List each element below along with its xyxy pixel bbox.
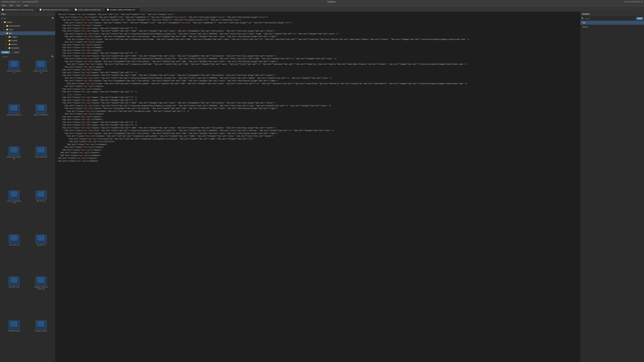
- tab-icon: 📄: [2, 9, 4, 10]
- tree-item-gui[interactable]: ▾📁gui: [0, 31, 55, 35]
- tree-item-engine[interactable]: ▾📁engine: [0, 20, 55, 24]
- tree-item-templates[interactable]: ▸📁templates: [0, 46, 55, 50]
- icon-item-4[interactable]: popup_prog ressbar.xm l: [1, 146, 27, 189]
- details-header: Details: [582, 26, 642, 28]
- files-search-input[interactable]: [1, 17, 52, 19]
- icon-name: tab_font.x ml: [37, 200, 46, 202]
- code-line: "xml-attr">class="xml-tag"></element>: [57, 143, 578, 146]
- tree-item-fonts[interactable]: ▸📁fonts: [0, 28, 55, 31]
- icon-item-1[interactable]: popup_cont extmenu.xm l: [28, 60, 54, 103]
- menu-item-help[interactable]: Help: [23, 4, 29, 7]
- icon-preview: [9, 191, 20, 199]
- tree-item-label: gui: [9, 32, 12, 34]
- icon-item-0[interactable]: popup_colo rpicker.xm l: [1, 60, 27, 103]
- file-tree: ▾📁engine▸📁environments▸📁fonts▾📁gui▸📁imag…: [0, 20, 55, 50]
- folder-icon: 📁: [6, 28, 8, 31]
- code-line: "xml-attr">class="xml-tag"></element>: [57, 160, 578, 163]
- tab-close-button[interactable]: ×: [137, 9, 138, 10]
- icon-item-13[interactable]: template_d etails2: [28, 320, 54, 361]
- code-line: "xml-attr">class="xml-tag"><space "xml-a…: [57, 124, 578, 126]
- icon-preview: [9, 61, 20, 69]
- code-line: "xml-attr">class="xml-tag"><checkbox "xm…: [57, 110, 578, 113]
- menu-item-files[interactable]: Files: [1, 4, 6, 7]
- icon-name: template (bottom): [8, 330, 20, 332]
- tab-icon: 📄: [75, 9, 77, 10]
- icon-item-5[interactable]: screen_edi tor.xml: [28, 146, 54, 189]
- icon-item-9[interactable]: tab_text.x ml: [28, 234, 54, 275]
- icon-preview: [36, 235, 46, 243]
- code-line: "xml-attr">class="xml-tag"></layout>: [57, 68, 578, 71]
- folder-icon: 📁: [8, 47, 11, 49]
- code-line: "xml-attr">class="xml-tag"><layout "xml-…: [57, 107, 578, 110]
- code-line: "xml-attr">class="xml-tag"></element>: [57, 46, 578, 49]
- outliner-item[interactable]: Text: [580, 21, 644, 25]
- icon-item-11[interactable]: template_d etails.ani mation.xml: [28, 276, 54, 319]
- tab-close-button[interactable]: ×: [102, 9, 103, 10]
- menu-item-run[interactable]: Run: [16, 4, 21, 7]
- import-button[interactable]: ↓ Import: [11, 51, 21, 54]
- code-line: "xml-attr">class="xml-tag"><layout "xml-…: [57, 35, 578, 38]
- icon-preview: [36, 321, 46, 329]
- menu-item-edit[interactable]: Edit: [8, 4, 14, 7]
- code-line: "xml-attr">class="xml-tag"></layout>: [57, 149, 578, 151]
- code-line: "xml-attr">class="xml-tag"><input "xml-a…: [57, 82, 578, 85]
- code-line: "xml-attr">class="xml-tag"><layout "xml-…: [57, 79, 578, 82]
- tree-arrow-icon: ▸: [6, 36, 8, 38]
- code-line: "xml-attr">class="xml-tag"><text "xml-at…: [57, 32, 578, 35]
- tab-label: render_fragmentshader.frag: [78, 9, 100, 11]
- tree-arrow-icon: ▾: [4, 32, 5, 34]
- outliner-search-input[interactable]: [585, 17, 635, 19]
- code-line: "xml-attr">class="xml-tag"><input "xml-a…: [57, 38, 578, 41]
- tab-tab2[interactable]: 📄BasketBroadsword_Normal.png×: [38, 7, 73, 11]
- code-line: "xml-attr">class="xml-tag"><element "xml…: [57, 13, 578, 16]
- icon-item-12[interactable]: template (bottom): [1, 320, 27, 361]
- code-editor[interactable]: "xml-attr">class="xml-tag"><element "xml…: [55, 12, 580, 362]
- code-line: "xml-attr">class="xml-tag"><layout "xml-…: [57, 55, 578, 57]
- code-line: "xml-attr">class="xml-tag"></layout>: [57, 66, 578, 68]
- code-line: "xml-attr">class="xml-tag"></scrollerlis…: [57, 140, 578, 143]
- content-search-input[interactable]: [1, 55, 52, 58]
- icon-item-2[interactable]: popup_file dialog.xml: [1, 104, 27, 145]
- tab-tab3[interactable]: 📄render_fragmentshader.frag×: [73, 7, 105, 11]
- outliner-add-button[interactable]: Add: [636, 17, 643, 20]
- icon-item-10[interactable]: tab_textur e.xml: [1, 276, 27, 319]
- tree-item-environments[interactable]: ▸📁environments: [0, 24, 55, 28]
- code-line: "xml-attr">class="xml-tag"><text "xml-at…: [57, 57, 578, 60]
- tree-item-images[interactable]: ▸📁images: [0, 35, 55, 39]
- outliner-items: Text: [580, 21, 644, 25]
- titlebar-path: ● eclipse-workspace - bl... - /home/andr…: [1, 1, 39, 3]
- tab-label: BasketBroadsword_Normal.png: [42, 9, 68, 11]
- code-line: "xml-attr">class="xml-tag"></element>: [57, 154, 578, 157]
- icon-preview: [9, 277, 20, 285]
- search-icon: 🔍: [52, 17, 54, 19]
- outliner-header: Outliner: [580, 12, 644, 16]
- right-panel: Outliner 🔍 Add Text Details: [580, 12, 644, 362]
- tab-close-button[interactable]: ×: [35, 9, 36, 10]
- content-search-icon: 🔍: [52, 55, 54, 58]
- tab-close-button[interactable]: ×: [70, 9, 71, 10]
- tree-item-scenes[interactable]: ▸📁scenes: [0, 42, 55, 46]
- tree-arrow-icon: ▸: [6, 40, 8, 41]
- tab-label: BasketBroadsword_BaseColor.png: [5, 9, 33, 11]
- icon-item-7[interactable]: tab_font.x ml: [28, 190, 54, 233]
- code-line: "xml-attr">class="xml-tag"><text "xml-at…: [57, 104, 578, 107]
- create-button[interactable]: Create: [1, 51, 10, 54]
- tab-tab1[interactable]: 📄BasketBroadsword_BaseColor.png×: [0, 7, 38, 11]
- tree-arrow-icon: ▾: [1, 21, 3, 23]
- icon-item-3[interactable]: popup_info dialog.xml: [28, 104, 54, 145]
- tree-item-models[interactable]: ▸📁models: [0, 39, 55, 42]
- tab-tab4[interactable]: 📄template_details.animation.xml×: [105, 7, 140, 11]
- icon-item-6[interactable]: screen_spl ashscreen. xml: [1, 190, 27, 233]
- folder-icon: 📁: [6, 32, 8, 34]
- icon-name: screen_edi tor.xml: [35, 156, 47, 158]
- search-label: 🔍: [0, 55, 55, 59]
- code-line: "xml-attr">class="xml-tag"></layout>: [57, 24, 578, 27]
- code-line: "xml-attr">class="xml-tag"><input "xml-a…: [57, 63, 578, 66]
- code-line: "xml-attr">class="xml-tag"></layout>: [57, 41, 578, 43]
- menubar: FilesEditRunHelp: [0, 4, 644, 7]
- titlebar-center: TOMEditor: [327, 1, 336, 3]
- code-line: "xml-attr">class="xml-tag"><scrollerlist…: [57, 138, 578, 140]
- files-search-bar: 🔍: [0, 16, 55, 20]
- tree-item-label: models: [12, 39, 17, 41]
- icon-item-8[interactable]: tab_sound. xml: [1, 234, 27, 275]
